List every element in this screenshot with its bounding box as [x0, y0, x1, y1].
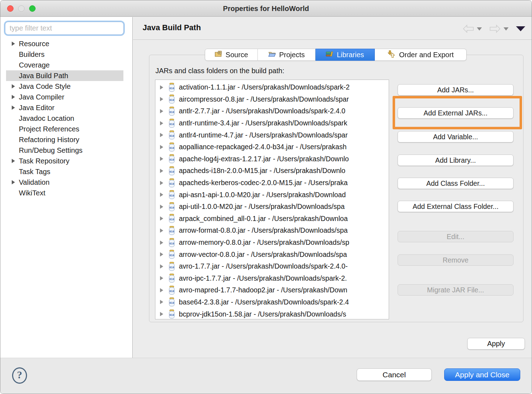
jar-item-label: aopalliance-repackaged-2.4.0-b34.jar - /…: [179, 143, 347, 151]
list-item[interactable]: 010aopalliance-repackaged-2.4.0-b34.jar …: [155, 141, 389, 153]
add-jars-button[interactable]: Add JARs...: [398, 84, 514, 96]
sidebar-item-label: WikiText: [19, 189, 45, 197]
svg-text:010: 010: [170, 98, 174, 102]
expand-arrow-icon[interactable]: [12, 159, 15, 163]
back-arrow-icon[interactable]: [462, 24, 474, 33]
forward-arrow-icon[interactable]: [489, 24, 501, 33]
add-class-folder-button[interactable]: Add Class Folder...: [398, 178, 514, 189]
sidebar-item-java-editor[interactable]: Java Editor: [6, 102, 123, 113]
jar-item-label: arrow-memory-0.8.0.jar - /Users/prakash/…: [179, 238, 349, 247]
close-button[interactable]: [7, 5, 14, 12]
expand-arrow-icon[interactable]: [160, 205, 163, 209]
expand-arrow-icon[interactable]: [160, 193, 163, 197]
add-library-button[interactable]: Add Library...: [398, 155, 514, 166]
forward-history-dropdown-icon[interactable]: [504, 27, 509, 31]
expand-arrow-icon[interactable]: [160, 228, 163, 233]
sidebar-item-resource[interactable]: Resource: [6, 38, 123, 49]
expand-arrow-icon[interactable]: [160, 121, 163, 125]
zoom-button[interactable]: [29, 5, 36, 12]
sidebar-item-project-references[interactable]: Project References: [6, 124, 123, 134]
tab-order-and-export[interactable]: Order and Export: [375, 49, 467, 61]
list-item[interactable]: 010avro-1.7.7.jar - /Users/prakash/Downl…: [155, 260, 389, 272]
list-item[interactable]: 010api-asn1-api-1.0.0-M20.jar - /Users/p…: [155, 189, 389, 201]
apply-button[interactable]: Apply: [467, 338, 525, 350]
expand-arrow-icon[interactable]: [160, 97, 163, 101]
expand-arrow-icon[interactable]: [160, 85, 163, 90]
expand-arrow-icon[interactable]: [160, 300, 163, 304]
svg-text:010: 010: [170, 194, 174, 197]
sidebar-item-validation[interactable]: Validation: [6, 177, 123, 188]
list-item[interactable]: 010arrow-vector-0.8.0.jar - /Users/praka…: [155, 248, 389, 260]
minimize-button[interactable]: [18, 5, 25, 12]
expand-arrow-icon[interactable]: [160, 241, 163, 245]
sidebar-item-coverage[interactable]: Coverage: [6, 60, 123, 70]
add-external-class-folder-button[interactable]: Add External Class Folder...: [398, 201, 514, 212]
expand-arrow-icon[interactable]: [160, 157, 163, 161]
list-item[interactable]: 010aircompressor-0.8.jar - /Users/prakas…: [155, 93, 389, 106]
list-item[interactable]: 010antlr-2.7.7.jar - /Users/prakash/Down…: [155, 105, 389, 117]
expand-arrow-icon[interactable]: [160, 181, 163, 185]
filter-input[interactable]: [5, 22, 124, 35]
list-item[interactable]: 010apache-log4j-extras-1.2.17.jar - /Use…: [155, 153, 389, 165]
sidebar-item-label: Project References: [19, 125, 79, 133]
expand-arrow-icon[interactable]: [12, 95, 15, 99]
jar-item-label: aircompressor-0.8.jar - /Users/prakash/D…: [179, 95, 349, 103]
expand-arrow-icon[interactable]: [160, 288, 163, 292]
list-item[interactable]: 010arrow-format-0.8.0.jar - /Users/praka…: [155, 225, 389, 237]
expand-arrow-icon[interactable]: [160, 169, 163, 173]
expand-arrow-icon[interactable]: [12, 84, 15, 88]
tab-projects[interactable]: Projects: [258, 49, 315, 61]
sidebar-item-wikitext[interactable]: WikiText: [6, 188, 123, 198]
expand-arrow-icon[interactable]: [160, 312, 163, 316]
sidebar-item-label: Run/Debug Settings: [19, 146, 83, 155]
list-item[interactable]: 010antlr-runtime-3.4.jar - /Users/prakas…: [155, 117, 389, 129]
list-item[interactable]: 010arrow-memory-0.8.0.jar - /Users/praka…: [155, 237, 389, 249]
list-item[interactable]: 010avro-ipc-1.7.7.jar - /Users/prakash/D…: [155, 272, 389, 285]
sidebar-item-refactoring-history[interactable]: Refactoring History: [6, 134, 123, 145]
sidebar-item-javadoc-location[interactable]: Javadoc Location: [6, 113, 123, 124]
expand-arrow-icon[interactable]: [160, 145, 163, 149]
help-button[interactable]: ?: [12, 367, 27, 384]
sidebar-item-java-build-path[interactable]: Java Build Path: [6, 70, 123, 81]
jar-file-icon: 010: [168, 130, 176, 140]
jar-item-label: bcprov-jdk15on-1.58.jar - /Users/prakash…: [179, 310, 346, 318]
list-item[interactable]: 010bcprov-jdk15on-1.58.jar - /Users/prak…: [155, 308, 389, 319]
expand-arrow-icon[interactable]: [160, 264, 163, 269]
expand-arrow-icon[interactable]: [12, 106, 15, 110]
sidebar-item-run-debug-settings[interactable]: Run/Debug Settings: [6, 145, 123, 156]
view-menu-icon[interactable]: [516, 26, 525, 31]
expand-arrow-icon[interactable]: [160, 216, 163, 221]
list-item[interactable]: 010antlr4-runtime-4.7.jar - /Users/praka…: [155, 129, 389, 141]
list-item[interactable]: 010api-util-1.0.0-M20.jar - /Users/praka…: [155, 201, 389, 213]
expand-arrow-icon[interactable]: [160, 252, 163, 257]
sidebar-item-java-compiler[interactable]: Java Compiler: [6, 92, 123, 102]
sidebar-item-java-code-style[interactable]: Java Code Style: [6, 81, 123, 92]
jar-item-label: api-util-1.0.0-M20.jar - /Users/prakash/…: [179, 203, 345, 211]
jar-file-icon: 010: [168, 274, 176, 283]
list-item[interactable]: 010arpack_combined_all-0.1.jar - /Users/…: [155, 213, 389, 225]
expand-arrow-icon[interactable]: [160, 276, 163, 280]
expand-arrow-icon[interactable]: [160, 133, 163, 137]
list-item[interactable]: 010activation-1.1.1.jar - /Users/prakash…: [155, 81, 389, 93]
tab-source[interactable]: Source: [205, 49, 258, 61]
list-item[interactable]: 010base64-2.3.8.jar - /Users/prakash/Dow…: [155, 296, 389, 308]
projects-folder-icon: [268, 50, 276, 59]
expand-arrow-icon[interactable]: [12, 42, 15, 46]
back-history-dropdown-icon[interactable]: [477, 27, 482, 31]
list-item[interactable]: 010avro-mapred-1.7.7-hadoop2.jar - /User…: [155, 284, 389, 296]
sidebar-item-task-tags[interactable]: Task Tags: [6, 166, 123, 177]
expand-arrow-icon[interactable]: [12, 180, 15, 184]
tab-libraries[interactable]: Libraries: [315, 49, 375, 61]
jar-list[interactable]: 010activation-1.1.1.jar - /Users/prakash…: [155, 80, 389, 319]
sidebar-item-builders[interactable]: Builders: [6, 49, 123, 60]
list-item[interactable]: 010apacheds-i18n-2.0.0-M15.jar - /Users/…: [155, 165, 389, 177]
sidebar-item-task-repository[interactable]: Task Repository: [6, 156, 123, 166]
cancel-button[interactable]: Cancel: [357, 368, 432, 381]
svg-text:010: 010: [170, 182, 174, 185]
add-external-jars-button[interactable]: Add External JARs...: [398, 107, 514, 119]
expand-arrow-icon[interactable]: [160, 109, 163, 113]
apply-and-close-button[interactable]: Apply and Close: [444, 368, 520, 381]
add-variable-button[interactable]: Add Variable...: [398, 131, 514, 142]
migrate-jar-file-button: Migrate JAR File...: [398, 284, 514, 296]
list-item[interactable]: 010apacheds-kerberos-codec-2.0.0-M15.jar…: [155, 177, 389, 189]
